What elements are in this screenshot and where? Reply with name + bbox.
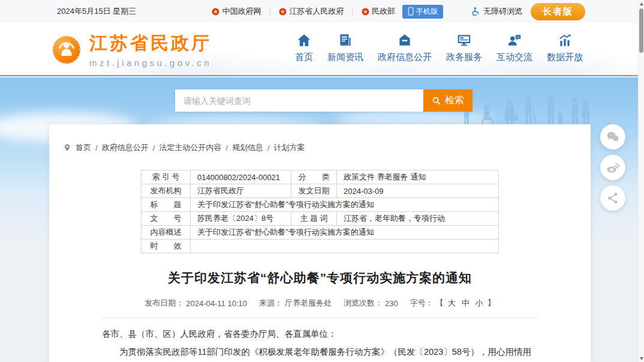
topbar-links: 中国政府网 ｜ 江苏省人民政府 ｜ 民政部 手机版 无障碍浏览 长者版	[212, 3, 585, 20]
scrollbar-thumb[interactable]	[639, 8, 643, 53]
wechat-icon	[606, 130, 620, 144]
share-more-button[interactable]	[600, 186, 625, 211]
current-date: 2024年5月15日 星期三	[57, 6, 136, 17]
separator: ｜	[349, 7, 356, 17]
table-row: 发布机构 江苏省民政厅 发文日期 2024-03-09	[142, 184, 499, 198]
national-emblem-icon	[362, 8, 369, 16]
search-input[interactable]	[175, 89, 423, 112]
elder-version-button[interactable]: 长者版	[531, 3, 585, 20]
data-open-icon	[557, 32, 573, 48]
document-metadata-table: 索 引 号 014000802/2024-00021 分 类 政策文件 养老服务…	[141, 170, 499, 253]
link-jiangsu-gov[interactable]: 江苏省人民政府	[279, 6, 344, 17]
font-size-label: 字号：	[410, 298, 434, 309]
view-count: 浏览次数： 230	[344, 298, 398, 309]
table-row: 索 引 号 014000802/2024-00021 分 类 政策文件 养老服务…	[142, 170, 499, 184]
mobile-version-label: 手机版	[416, 7, 438, 17]
site-logo[interactable]: 江苏省民政厅 mzt.jiangsu.gov.cn	[52, 31, 212, 68]
issue-date-value: 2024-03-09	[337, 184, 499, 198]
source-label: 来源：	[259, 298, 282, 309]
bracket: 【	[436, 298, 444, 309]
publish-date-value: 2024-04-11 10:10	[186, 299, 247, 308]
accessibility-button[interactable]: 无障碍浏览	[471, 6, 522, 17]
category-value: 政策文件 养老服务 通知	[337, 170, 499, 184]
content-card: 首页 / 政府信息公开 / 法定主动公开内容 / 规划信息 / 计划方案 索 引…	[49, 124, 591, 362]
font-size-control: 字号： 【 大 中 小 】	[410, 298, 495, 309]
breadcrumb-info-disclosure[interactable]: 政府信息公开	[102, 142, 149, 153]
national-emblem-icon	[212, 8, 219, 16]
link-mca[interactable]: 民政部	[362, 6, 395, 17]
scrollbar-down-button[interactable]	[639, 355, 644, 362]
mca-emblem-icon	[52, 35, 82, 65]
breadcrumb-plan-scheme[interactable]: 计划方案	[274, 142, 305, 153]
nav-home[interactable]: 首页	[295, 32, 313, 63]
search-button[interactable]: 检索	[423, 89, 473, 112]
breadcrumb-separator: /	[95, 143, 98, 152]
article-title: 关于印发江苏省“舒心助餐”专项行动实施方案的通知	[49, 270, 591, 286]
info-disclosure-icon	[397, 32, 413, 48]
share-icon	[606, 192, 619, 205]
table-row: 标 题 关于印发江苏省“舒心助餐”专项行动实施方案的通知	[142, 198, 499, 212]
home-icon	[296, 32, 312, 48]
breadcrumb-statutory-content[interactable]: 法定主动公开内容	[159, 142, 221, 153]
index-number-value: 014000802/2024-00021	[191, 170, 291, 184]
site-search: 检索	[175, 89, 473, 112]
link-china-gov[interactable]: 中国政府网	[212, 6, 261, 17]
site-url: mzt.jiangsu.gov.cn	[89, 58, 212, 68]
scrollbar-up-button[interactable]	[639, 0, 644, 7]
phone-icon	[408, 7, 414, 16]
nav-label: 首页	[295, 52, 313, 63]
share-weibo-button[interactable]	[600, 155, 625, 180]
category-label: 分 类	[291, 170, 337, 184]
share-wechat-button[interactable]	[600, 124, 625, 149]
wheelchair-icon	[471, 7, 480, 16]
down-arrow-icon	[640, 357, 643, 360]
nav-label: 互动交流	[496, 52, 532, 63]
doc-number-label: 文 号	[142, 212, 191, 226]
share-toolbar	[600, 124, 625, 211]
validity-value	[191, 240, 499, 253]
up-arrow-icon	[640, 2, 643, 5]
separator: ｜	[266, 7, 273, 17]
font-size-small-button[interactable]: 小	[476, 298, 483, 309]
nav-interaction[interactable]: 互动交流	[496, 32, 532, 63]
font-size-large-button[interactable]: 大	[448, 298, 456, 309]
subject-words-label: 主 题 词	[291, 212, 337, 226]
breadcrumb-planning-info[interactable]: 规划信息	[232, 142, 263, 153]
font-size-medium-button[interactable]: 中	[462, 298, 470, 309]
breadcrumb-separator: /	[267, 143, 270, 152]
breadcrumb: 首页 / 政府信息公开 / 法定主动公开内容 / 规划信息 / 计划方案	[49, 124, 591, 153]
article-meta: 发布日期： 2024-04-11 10:10 来源： 厅养老服务处 浏览次数： …	[49, 298, 591, 309]
vertical-scrollbar[interactable]	[638, 0, 644, 362]
table-row: 内容概述 关于印发江苏省“舒心助餐”专项行动实施方案的通知	[142, 226, 499, 240]
nav-data-open[interactable]: 数据开放	[547, 32, 583, 63]
view-count-value: 230	[385, 299, 398, 308]
national-emblem-icon	[279, 8, 287, 16]
breadcrumb-separator: /	[153, 143, 155, 152]
page: 2024年5月15日 星期三 中国政府网 ｜ 江苏省人民政府 ｜ 民政部 手机版	[0, 0, 644, 362]
link-label: 江苏省人民政府	[289, 6, 344, 17]
location-pin-icon	[63, 143, 71, 152]
issuing-org-value: 江苏省民政厅	[191, 184, 291, 198]
publish-date: 发布日期： 2024-04-11 10:10	[145, 298, 247, 309]
nav-news[interactable]: 新闻资讯	[327, 32, 363, 63]
issuing-org-label: 发布机构	[142, 184, 191, 198]
interaction-icon	[507, 32, 522, 48]
validity-label: 时 效	[142, 240, 191, 253]
table-row: 时 效	[142, 240, 499, 253]
nav-services[interactable]: 政务服务	[446, 32, 482, 63]
accessibility-label: 无障碍浏览	[483, 6, 522, 17]
link-label: 中国政府网	[222, 6, 261, 17]
publish-date-label: 发布日期：	[145, 298, 183, 309]
mobile-version-button[interactable]: 手机版	[402, 5, 443, 19]
link-label: 民政部	[372, 6, 395, 17]
content-divider	[102, 318, 538, 318]
nav-info-disclosure[interactable]: 政府信息公开	[378, 32, 432, 63]
article-body: 各市、县（市、区）人民政府，省各委办厅局、各直属单位： 为贯彻落实民政部等11部…	[102, 325, 538, 362]
site-title: 江苏省民政厅	[89, 31, 212, 56]
article-paragraph: 各市、县（市、区）人民政府，省各委办厅局、各直属单位：	[102, 325, 538, 343]
logo-text: 江苏省民政厅 mzt.jiangsu.gov.cn	[89, 31, 212, 68]
breadcrumb-home[interactable]: 首页	[76, 142, 91, 153]
summary-value: 关于印发江苏省“舒心助餐”专项行动实施方案的通知	[191, 226, 499, 240]
table-row: 文 号 苏民养老〔2024〕8号 主 题 词 江苏省，老年助餐，专项行动	[142, 212, 499, 226]
breadcrumb-separator: /	[225, 143, 228, 152]
